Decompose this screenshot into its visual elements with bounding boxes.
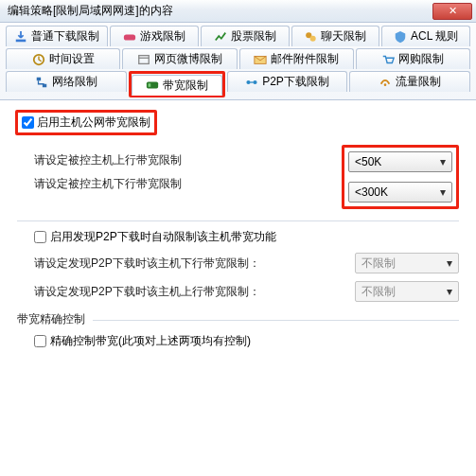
bw-upload-label: 请设定被控主机上行带宽限制 (34, 152, 182, 168)
svg-point-12 (247, 79, 251, 83)
tab-label: 普通下载限制 (31, 28, 99, 44)
tab-label: 游戏限制 (140, 28, 185, 44)
tab-label: 网页微博限制 (154, 51, 222, 67)
tab-traffic[interactable]: 流量限制 (349, 71, 470, 92)
titlebar: 编辑策略[限制局域网网速]的内容 ✕ (0, 0, 476, 23)
tab-label: 流量限制 (396, 74, 441, 90)
tab-row-1: 普通下载限制 游戏限制 股票限制 聊天限制 ACL 规则 (6, 26, 470, 46)
p2p-upload-row: 请设定发现P2P下载时该主机上行带宽限制： 不限制 (34, 281, 459, 302)
tab-bandwidth[interactable]: 带宽限制 (132, 75, 222, 96)
p2p-download-row: 请设定发现P2P下载时该主机下行带宽限制： 不限制 (34, 253, 459, 273)
tab-normal-download[interactable]: 普通下载限制 (6, 26, 108, 46)
p2p-upload-label: 请设定发现P2P下载时该主机上行带宽限制： (34, 284, 260, 300)
divider (17, 220, 459, 221)
svg-point-13 (254, 79, 257, 83)
tab-strip: 普通下载限制 游戏限制 股票限制 聊天限制 ACL 规则 时间设置 (0, 23, 476, 100)
bw-upload-value: <50K (355, 155, 381, 168)
game-icon (123, 30, 136, 44)
tab-row-3: 网络限制 带宽限制 P2P下载限制 流量限制 (6, 71, 470, 97)
svg-point-15 (384, 83, 387, 86)
precise-group-label: 带宽精确控制 (17, 311, 459, 327)
tab-shopping[interactable]: 网购限制 (356, 48, 470, 69)
tab-row-2: 时间设置 网页微博限制 邮件附件限制 网购限制 (6, 48, 470, 69)
bw-download-row: 请设定被控主机下行带宽限制 (34, 176, 342, 192)
tab-label: 网络限制 (52, 74, 97, 90)
p2p-upload-select: 不限制 (355, 281, 459, 302)
tab-game[interactable]: 游戏限制 (110, 26, 199, 46)
tab-label: P2P下载限制 (262, 74, 329, 90)
tab-chat[interactable]: 聊天限制 (291, 26, 380, 46)
tab-network[interactable]: 网络限制 (6, 71, 127, 92)
precise-checkbox[interactable] (34, 335, 46, 347)
tab-label: 股票限制 (231, 28, 276, 44)
bw-download-value: <300K (355, 185, 388, 199)
p2p-download-label: 请设定发现P2P下载时该主机下行带宽限制： (34, 256, 260, 272)
enable-p2p-auto-row: 启用发现P2P下载时自动限制该主机带宽功能 (34, 229, 459, 245)
enable-p2p-auto-label: 启用发现P2P下载时自动限制该主机带宽功能 (50, 229, 276, 245)
svg-rect-8 (37, 77, 41, 80)
tab-p2p-download[interactable]: P2P下载限制 (227, 71, 348, 92)
precise-label: 精确控制带宽(此项对上述两项均有控制) (50, 333, 251, 349)
tab-mail-attach[interactable]: 邮件附件限制 (239, 48, 354, 69)
chat-icon (304, 30, 317, 44)
enable-public-bw-checkbox[interactable] (22, 116, 34, 129)
tab-stock[interactable]: 股票限制 (201, 26, 290, 46)
svg-rect-5 (139, 55, 150, 63)
acl-icon (394, 30, 407, 44)
p2p-download-value: 不限制 (361, 256, 396, 272)
bw-upload-row: 请设定被控主机上行带宽限制 (34, 152, 342, 168)
bw-selects-highlight: <50K <300K (342, 145, 459, 209)
svg-rect-11 (148, 83, 150, 87)
tab-time[interactable]: 时间设置 (6, 48, 120, 69)
p2p-download-select: 不限制 (355, 253, 459, 273)
tab-label: 聊天限制 (321, 28, 366, 44)
tab-panel-bandwidth: 启用主机公网带宽限制 请设定被控主机上行带宽限制 请设定被控主机下行带宽限制 <… (0, 100, 476, 364)
mail-icon (254, 53, 267, 66)
tab-acl[interactable]: ACL 规则 (381, 26, 470, 46)
tab-label: 时间设置 (49, 51, 95, 67)
close-icon: ✕ (449, 5, 457, 17)
web-icon (137, 53, 150, 66)
p2p-icon (245, 76, 258, 89)
bw-icon (146, 79, 159, 92)
bw-download-select[interactable]: <300K (348, 182, 452, 203)
enable-public-bw-label: 启用主机公网带宽限制 (37, 115, 150, 131)
net-icon (35, 76, 48, 89)
enable-p2p-auto-checkbox[interactable] (34, 231, 46, 243)
svg-rect-1 (124, 34, 135, 40)
policy-editor-window: 编辑策略[限制局域网网速]的内容 ✕ 普通下载限制 游戏限制 股票限制 聊天限制 (0, 0, 476, 364)
p2p-upload-value: 不限制 (361, 284, 396, 300)
tab-label: ACL 规则 (411, 28, 458, 44)
bw-download-label: 请设定被控主机下行带宽限制 (34, 176, 182, 192)
time-icon (32, 53, 45, 66)
close-button[interactable]: ✕ (432, 3, 472, 20)
stock-icon (214, 30, 227, 44)
svg-rect-0 (16, 39, 26, 42)
shop-icon (381, 53, 395, 66)
tab-label: 网购限制 (398, 51, 444, 67)
flow-icon (379, 76, 392, 89)
window-title: 编辑策略[限制局域网网速]的内容 (8, 3, 173, 19)
enable-public-bw-row: 启用主机公网带宽限制 (15, 110, 459, 135)
download-icon (14, 30, 27, 44)
tab-web-weibo[interactable]: 网页微博限制 (122, 48, 237, 69)
svg-point-3 (310, 35, 316, 41)
bw-upload-select[interactable]: <50K (348, 151, 452, 172)
tab-label: 邮件附件限制 (271, 51, 339, 67)
precise-row: 精确控制带宽(此项对上述两项均有控制) (34, 333, 459, 349)
tab-label: 带宽限制 (163, 78, 208, 94)
